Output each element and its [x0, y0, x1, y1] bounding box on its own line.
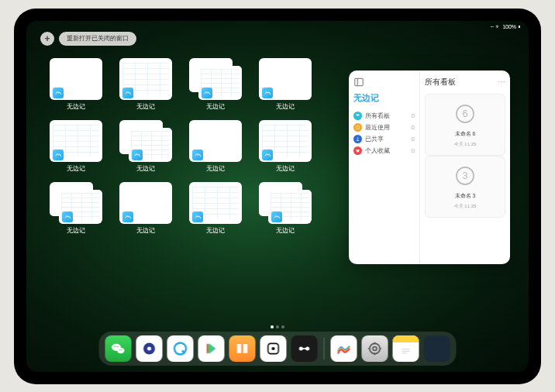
freeform-icon[interactable]	[331, 335, 357, 362]
popover-content: 所有看板 ⋯ 6未命名 6今天 11:253未命名 3今天 11:25	[420, 70, 510, 264]
window-thumbnail[interactable]: 无边记	[50, 120, 102, 176]
freeform-app-icon	[271, 211, 282, 222]
status-right: ⋯ ᯤ 100% ▮	[491, 24, 521, 29]
freeform-app-icon	[132, 150, 143, 160]
sidebar-item-clock[interactable]: 最近使用0	[353, 122, 415, 133]
svg-point-13	[121, 349, 122, 350]
page-dots[interactable]	[271, 325, 284, 328]
svg-point-15	[147, 346, 151, 350]
reopen-closed-window-button[interactable]: 重新打开已关闭的窗口	[59, 32, 136, 46]
status-bar: ⋯ ᯤ 100% ▮	[26, 22, 529, 32]
sidebar-icon	[353, 77, 364, 88]
thumbnail-label: 无边记	[206, 226, 225, 235]
window-thumbnail[interactable]: 无边记	[119, 182, 172, 238]
dock	[99, 332, 457, 366]
thumbnail-label: 无边记	[67, 102, 85, 111]
board-card[interactable]: 3未命名 3今天 11:25	[425, 156, 505, 218]
freeform-app-icon	[122, 211, 133, 222]
thumbnail-label: 无边记	[276, 164, 295, 173]
window-thumbnail[interactable]: 无边记	[50, 182, 102, 238]
sidebar-item-heart[interactable]: 个人收藏0	[353, 145, 415, 156]
more-icon[interactable]: ⋯	[498, 77, 505, 86]
popover-title: 无边记	[353, 92, 415, 104]
freeform-app-icon	[62, 211, 73, 222]
ipad-frame: ⋯ ᯤ 100% ▮ + 重新打开已关闭的窗口 无边记无边记无边记无边记无边记无…	[14, 9, 541, 384]
svg-point-18	[271, 346, 274, 349]
thumbnail-label: 无边记	[136, 226, 155, 235]
sidebar-item-share[interactable]: 已共享0	[353, 133, 415, 145]
window-thumbnail[interactable]: 无边记	[259, 120, 312, 176]
board-sketch: 6	[452, 101, 478, 127]
books-icon[interactable]	[229, 335, 256, 362]
screen: ⋯ ᯤ 100% ▮ + 重新打开已关闭的窗口 无边记无边记无边记无边记无边记无…	[26, 21, 529, 372]
freeform-app-icon	[122, 88, 133, 98]
board-card[interactable]: 6未命名 6今天 11:25	[425, 94, 505, 156]
window-thumbnail[interactable]: 无边记	[50, 58, 102, 114]
freeform-app-icon	[262, 88, 273, 98]
thumbnail-label: 无边记	[206, 102, 225, 111]
notes-icon[interactable]	[393, 335, 419, 362]
freeform-app-icon	[192, 150, 203, 160]
thumbnail-label: 无边记	[276, 226, 295, 235]
clock-icon	[353, 123, 362, 132]
thumbnail-label: 无边记	[136, 102, 155, 111]
svg-rect-21	[302, 348, 307, 349]
app-library-icon[interactable]	[424, 335, 450, 362]
svg-point-22	[370, 343, 380, 353]
board-sketch: 3	[452, 163, 478, 189]
window-thumbnail[interactable]: 无边记	[119, 120, 172, 176]
popover-sidebar: 无边记 所有看板0最近使用0已共享0个人收藏0	[349, 70, 420, 264]
browser-q-icon[interactable]	[167, 335, 194, 362]
window-thumbnail[interactable]: 无边记	[189, 120, 242, 176]
svg-text:3: 3	[463, 170, 468, 181]
thumbnail-label: 无边记	[136, 164, 155, 173]
window-thumbnail[interactable]: 无边记	[259, 182, 312, 238]
svg-point-12	[119, 349, 120, 350]
window-thumbnail[interactable]: 无边记	[119, 58, 172, 114]
svg-point-9	[117, 347, 124, 353]
new-window-button[interactable]: +	[40, 32, 54, 46]
window-thumbnail-grid: 无边记无边记无边记无边记无边记无边记无边记无边记无边记无边记无边记无边记	[50, 58, 312, 238]
layers-icon	[353, 112, 362, 120]
svg-point-10	[115, 346, 116, 347]
dumbbell-icon[interactable]	[291, 335, 318, 362]
share-icon	[353, 135, 362, 143]
svg-text:6: 6	[463, 108, 468, 119]
freeform-app-icon	[53, 150, 64, 160]
dock-separator	[324, 338, 325, 359]
svg-point-3	[357, 137, 359, 139]
sidebar-item-layers[interactable]: 所有看板0	[353, 110, 415, 122]
svg-point-23	[373, 346, 377, 350]
heart-icon	[353, 146, 362, 155]
svg-rect-0	[355, 78, 364, 85]
wechat-icon[interactable]	[105, 335, 132, 362]
thumbnail-label: 无边记	[67, 226, 85, 235]
stage-controls: + 重新打开已关闭的窗口	[40, 32, 136, 46]
window-thumbnail[interactable]: 无边记	[189, 58, 242, 114]
thumbnail-label: 无边记	[276, 102, 295, 111]
window-thumbnail[interactable]: 无边记	[259, 58, 312, 114]
settings-icon[interactable]	[362, 335, 388, 362]
thumbnail-label: 无边记	[206, 164, 225, 173]
freeform-app-icon	[262, 150, 273, 160]
dice-icon[interactable]	[260, 335, 287, 362]
freeform-popover: 无边记 所有看板0最近使用0已共享0个人收藏0 所有看板 ⋯ 6未命名 6今天 …	[349, 70, 510, 264]
thumbnail-label: 无边记	[67, 164, 85, 173]
svg-point-11	[117, 346, 119, 347]
freeform-app-icon	[53, 88, 64, 98]
play-icon[interactable]	[198, 335, 225, 362]
window-thumbnail[interactable]: 无边记	[189, 182, 242, 238]
freeform-app-icon	[202, 88, 212, 98]
freeform-app-icon	[192, 211, 203, 222]
popover-right-title: 所有看板	[425, 77, 456, 88]
quark-icon[interactable]	[136, 335, 163, 362]
